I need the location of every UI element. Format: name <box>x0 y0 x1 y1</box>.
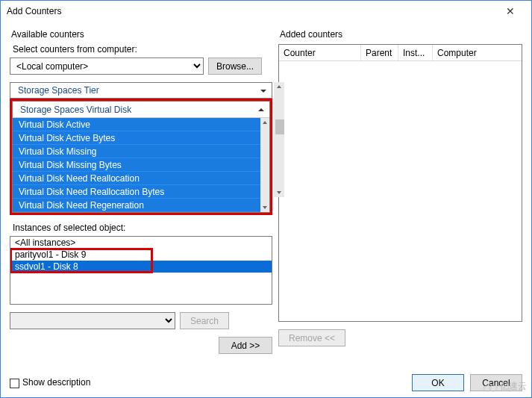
computer-select[interactable]: <Local computer> <box>10 57 204 75</box>
added-counters-label: Added counters <box>280 29 522 40</box>
instance-search-input[interactable] <box>10 312 175 329</box>
add-counters-window: Add Counters ✕ Available counters Select… <box>0 0 532 398</box>
outer-scrollbar[interactable] <box>274 82 284 197</box>
search-button[interactable]: Search <box>180 312 229 329</box>
counter-item[interactable]: Virtual Disk Need Regeneration <box>13 199 269 212</box>
category-storage-spaces-virtual-disk[interactable]: Storage Spaces Virtual Disk <box>13 102 269 118</box>
remove-button[interactable]: Remove << <box>278 329 345 346</box>
instance-item-all[interactable]: <All instances> <box>10 237 272 249</box>
col-computer[interactable]: Computer <box>433 45 522 60</box>
col-counter[interactable]: Counter <box>279 45 361 60</box>
scroll-up-icon[interactable] <box>260 118 269 127</box>
instance-item[interactable]: parityvol1 - Disk 9 <box>10 249 272 261</box>
counter-item[interactable]: Virtual Disk Need Reallocation <box>13 172 269 185</box>
browse-button[interactable]: Browse... <box>208 57 262 75</box>
show-description-label: Show description <box>22 377 90 388</box>
close-icon[interactable]: ✕ <box>495 1 525 22</box>
window-title: Add Counters <box>7 6 495 16</box>
instances-list[interactable]: <All instances> parityvol1 - Disk 9 ssdv… <box>10 236 272 305</box>
checkbox-icon <box>10 379 19 388</box>
chevron-down-icon <box>260 87 267 97</box>
category-label: Storage Spaces Tier <box>18 85 99 96</box>
counter-list[interactable]: Virtual Disk Active Virtual Disk Active … <box>13 118 269 212</box>
ok-button[interactable]: OK <box>412 374 464 391</box>
counter-item[interactable]: Virtual Disk Missing <box>13 145 269 158</box>
added-counters-table: Counter Parent Inst... Computer <box>278 44 522 322</box>
titlebar: Add Counters ✕ <box>1 1 531 22</box>
instances-label: Instances of selected object: <box>13 223 272 233</box>
category-storage-spaces-tier[interactable]: Storage Spaces Tier <box>10 82 272 99</box>
col-inst[interactable]: Inst... <box>398 45 433 60</box>
counter-item[interactable]: Virtual Disk Active Bytes <box>13 131 269 145</box>
category-label: Storage Spaces Virtual Disk <box>20 105 131 115</box>
counter-item[interactable]: Virtual Disk Missing Bytes <box>13 158 269 172</box>
col-parent[interactable]: Parent <box>361 45 398 60</box>
show-description-checkbox[interactable]: Show description <box>10 377 90 388</box>
counter-item[interactable]: Virtual Disk Active <box>13 118 269 131</box>
scroll-down-icon[interactable] <box>260 203 269 212</box>
scroll-down-icon[interactable] <box>274 188 284 197</box>
chevron-up-icon <box>257 105 265 116</box>
scrollbar[interactable] <box>260 118 269 212</box>
scroll-up-icon[interactable] <box>274 82 284 91</box>
select-from-computer-label: Select counters from computer: <box>13 44 272 55</box>
counter-item[interactable]: Virtual Disk Need Reallocation Bytes <box>13 185 269 199</box>
cancel-button[interactable]: Cancel <box>470 374 522 391</box>
instance-item-selected[interactable]: ssdvol1 - Disk 8 <box>10 261 272 273</box>
add-button[interactable]: Add >> <box>219 337 272 354</box>
available-counters-label: Available counters <box>11 29 272 40</box>
highlight-counters-annotation: Storage Spaces Virtual Disk Virtual Disk… <box>10 99 272 215</box>
table-header: Counter Parent Inst... Computer <box>279 45 522 61</box>
